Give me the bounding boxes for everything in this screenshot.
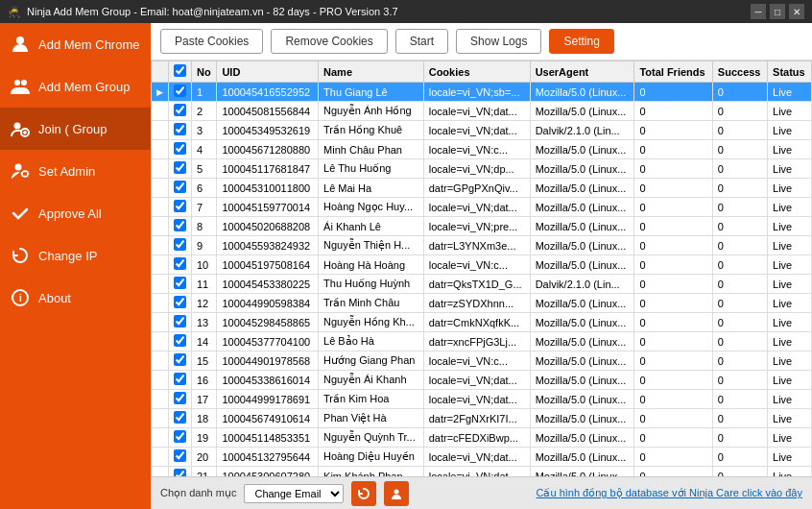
table-row[interactable]: 3100045349532619Trần Hồng Khuêlocale=vi_…: [152, 121, 812, 140]
sidebar-item-set-admin[interactable]: Set Admin: [0, 150, 151, 192]
cell-no: 21: [192, 467, 217, 477]
cell-name: Hoàng Diệu Huyền: [319, 448, 424, 467]
cell-success: 0: [712, 390, 767, 409]
cell-no: 13: [192, 313, 217, 332]
cell-cookies: datr=2FgNXrKI7I...: [423, 409, 530, 428]
row-arrow: [152, 179, 169, 198]
paste-cookies-button[interactable]: Paste Cookies: [160, 29, 263, 54]
danh-muc-select[interactable]: Change Email: [244, 484, 344, 503]
table-row[interactable]: 11100045453380225Thu Huống Huỳnhdatr=Qks…: [152, 275, 812, 294]
row-checkbox-input[interactable]: [174, 353, 186, 366]
col-status: Status: [768, 61, 812, 83]
app-icon: 🥷: [8, 6, 21, 18]
table-row[interactable]: 18100045674910614Phan Việt Hàdatr=2FgNXr…: [152, 409, 812, 428]
table-row[interactable]: 19100045114853351Nguyễn Quỳnh Tr...datr=…: [152, 428, 812, 448]
table-row[interactable]: 9100045593824932Nguyễn Thiện H...datr=L3…: [152, 236, 812, 255]
sidebar-item-add-mem-chrome[interactable]: Add Mem Chrome: [0, 23, 151, 65]
sidebar-item-change-ip[interactable]: Change IP: [0, 234, 151, 277]
cell-no: 17: [192, 390, 217, 409]
cell-no: 5: [192, 159, 217, 179]
row-checkbox-input[interactable]: [174, 219, 186, 231]
cell-no: 10: [192, 255, 217, 275]
cell-status: Live: [768, 313, 812, 332]
table-row[interactable]: 13100045298458865Nguyễn Hồng Kh...datr=C…: [152, 313, 812, 332]
ninja-care-link[interactable]: Cấu hình đồng bộ database với Ninja Care…: [537, 487, 802, 499]
cell-success: 0: [712, 217, 767, 236]
show-logs-button[interactable]: Show Logs: [456, 29, 541, 54]
sidebar-item-add-mem-group[interactable]: Add Mem Group: [0, 65, 151, 108]
table-header-row: No UID Name Cookies UserAgent Total Frie…: [152, 61, 812, 83]
start-button[interactable]: Start: [395, 29, 448, 54]
row-checkbox-input[interactable]: [174, 161, 186, 174]
row-checkbox-input[interactable]: [174, 85, 186, 97]
table-row[interactable]: 21100045300607280Kim Khánh Phanlocale=vi…: [152, 467, 812, 477]
cell-total_friends: 0: [634, 83, 712, 102]
table-row[interactable]: 2100045081556844Nguyễn Ánh Hồnglocale=vi…: [152, 102, 812, 121]
table-row[interactable]: 7100045159770014Hoàng Ngọc Huy...locale=…: [152, 198, 812, 217]
cell-total_friends: 0: [634, 313, 712, 332]
cell-name: Nguyễn Quỳnh Tr...: [319, 428, 424, 448]
row-checkbox-input[interactable]: [174, 334, 186, 347]
table-row[interactable]: 4100045671280880Minh Châu Phanlocale=vi_…: [152, 140, 812, 159]
row-arrow: [152, 217, 169, 236]
row-checkbox-input[interactable]: [174, 277, 186, 289]
table-row[interactable]: 6100045310011800Lê Mai Hadatr=GPgPXnQiv.…: [152, 179, 812, 198]
row-checkbox-input[interactable]: [174, 142, 186, 155]
change-ip-icon: [10, 245, 31, 266]
titlebar-controls[interactable]: ─ □ ✕: [751, 4, 804, 19]
row-checkbox-input[interactable]: [174, 449, 186, 462]
sidebar-item-join-group[interactable]: Join ( Group: [0, 108, 151, 150]
row-checkbox-input[interactable]: [174, 123, 186, 135]
row-checkbox-input[interactable]: [174, 411, 186, 424]
table-row[interactable]: 8100045020688208Ái Khanh Lêlocale=vi_VN;…: [152, 217, 812, 236]
cell-cookies: datr=xncFPjG3Lj...: [423, 332, 530, 351]
setting-button[interactable]: Setting: [549, 29, 613, 54]
minimize-button[interactable]: ─: [751, 4, 766, 19]
cell-uid: 100045298458865: [217, 313, 319, 332]
row-checkbox-input[interactable]: [174, 104, 186, 116]
row-arrow: ▶: [152, 83, 169, 102]
row-checkbox-input[interactable]: [174, 181, 186, 193]
select-all-checkbox[interactable]: [174, 64, 186, 77]
row-checkbox-input[interactable]: [174, 200, 186, 212]
cell-uid: 100045132795644: [217, 448, 319, 467]
cell-useragent: Mozilla/5.0 (Linux...: [530, 255, 634, 275]
maximize-button[interactable]: □: [770, 4, 785, 19]
close-button[interactable]: ✕: [789, 4, 804, 19]
sidebar-item-approve-all[interactable]: Approve All: [0, 192, 151, 234]
row-checkbox-input[interactable]: [174, 257, 186, 270]
table-row[interactable]: 16100045338616014Nguyễn Ái Khanhlocale=v…: [152, 371, 812, 390]
cell-name: Nguyễn Hồng Kh...: [319, 313, 424, 332]
cell-status: Live: [768, 275, 812, 294]
table-row[interactable]: 15100044901978568Hướng Giang Phanlocale=…: [152, 351, 812, 371]
cell-useragent: Mozilla/5.0 (Linux...: [530, 198, 634, 217]
row-checkbox-input[interactable]: [174, 469, 186, 476]
row-checkbox-input[interactable]: [174, 238, 186, 251]
cell-status: Live: [768, 409, 812, 428]
user-icon-button[interactable]: [384, 481, 409, 506]
table-row[interactable]: 17100044999178691Trần Kim Hoalocale=vi_V…: [152, 390, 812, 409]
remove-cookies-button[interactable]: Remove Cookies: [271, 29, 387, 54]
footer-label: Chọn danh mục: [160, 487, 236, 499]
table-row[interactable]: ▶1100045416552952Thu Giang Lêlocale=vi_V…: [152, 83, 812, 102]
row-checkbox-input[interactable]: [174, 296, 186, 308]
row-checkbox-input[interactable]: [174, 315, 186, 327]
cell-useragent: Dalvik/2.1.0 (Lin...: [530, 121, 634, 140]
table-row[interactable]: 20100045132795644Hoàng Diệu Huyềnlocale=…: [152, 448, 812, 467]
table-row[interactable]: 10100045197508164Hoàng Hà Hoànglocale=vi…: [152, 255, 812, 275]
cell-status: Live: [768, 351, 812, 371]
table-row[interactable]: 5100045117681847Lê Thu Huốnglocale=vi_VN…: [152, 159, 812, 179]
sidebar-item-about[interactable]: i About: [0, 277, 151, 319]
row-checkbox-input[interactable]: [174, 373, 186, 385]
cell-uid: 100045349532619: [217, 121, 319, 140]
table-row[interactable]: 14100045377704100Lê Bảo Hàdatr=xncFPjG3L…: [152, 332, 812, 351]
cell-no: 16: [192, 371, 217, 390]
row-checkbox-input[interactable]: [174, 392, 186, 404]
refresh-button[interactable]: [351, 481, 376, 506]
data-table-container[interactable]: No UID Name Cookies UserAgent Total Frie…: [151, 61, 812, 476]
svg-point-3: [14, 123, 21, 130]
row-checkbox-input[interactable]: [174, 430, 186, 443]
cell-no: 4: [192, 140, 217, 159]
cell-name: Trần Minh Châu: [319, 294, 424, 313]
table-row[interactable]: 12100044990598384Trần Minh Châudatr=zSYD…: [152, 294, 812, 313]
